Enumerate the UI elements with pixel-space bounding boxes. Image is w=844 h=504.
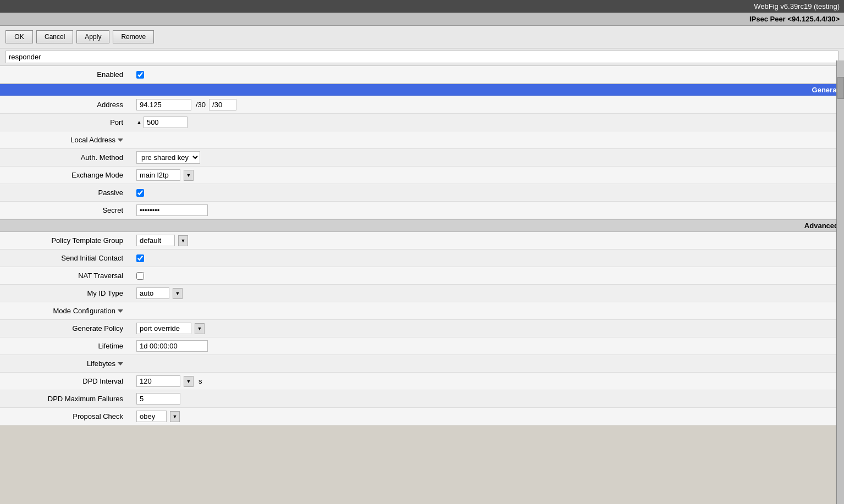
dpd-interval-label: DPD Interval — [0, 377, 132, 385]
send-initial-contact-label: Send Initial Contact — [0, 254, 132, 262]
cancel-button[interactable]: Cancel — [36, 30, 73, 43]
passive-row: Passive — [0, 184, 844, 202]
generate-policy-dropdown-btn[interactable]: ▼ — [195, 323, 205, 334]
local-address-row: Local Address — [0, 131, 844, 149]
local-address-label: Local Address — [70, 136, 115, 144]
exchange-mode-input[interactable] — [136, 169, 180, 181]
generate-policy-row: Generate Policy ▼ — [0, 320, 844, 337]
proposal-check-row: Proposal Check ▼ — [0, 408, 844, 425]
apply-button[interactable]: Apply — [76, 30, 109, 43]
dpd-max-failures-value — [132, 391, 844, 407]
auth-method-value: pre shared key rsa signature — [132, 149, 844, 166]
dpd-interval-row: DPD Interval ▼ s — [0, 373, 844, 390]
enabled-value — [132, 69, 844, 81]
proposal-check-dropdown-btn[interactable]: ▼ — [170, 411, 180, 422]
secret-value — [132, 202, 844, 218]
exchange-mode-row: Exchange Mode ▼ — [0, 167, 844, 184]
policy-template-group-dropdown-btn[interactable]: ▼ — [178, 235, 188, 246]
lifebytes-label: Lifebytes — [87, 359, 115, 368]
mode-configuration-arrow-icon[interactable] — [118, 309, 123, 313]
dpd-interval-value: ▼ s — [132, 373, 844, 389]
dpd-interval-unit: s — [198, 377, 202, 385]
advanced-section-header: Advanced — [0, 219, 844, 232]
send-initial-contact-checkbox[interactable] — [136, 254, 144, 262]
nat-traversal-label: NAT Traversal — [0, 272, 132, 280]
generate-policy-input[interactable] — [136, 323, 191, 334]
local-address-value — [132, 138, 844, 142]
send-initial-contact-value — [132, 252, 844, 264]
address-ip-input[interactable] — [136, 99, 191, 110]
generate-policy-label: Generate Policy — [0, 324, 132, 333]
remove-button[interactable]: Remove — [113, 30, 154, 43]
local-address-label-wrapper: Local Address — [0, 136, 132, 144]
port-row: Port ▲ — [0, 114, 844, 131]
my-id-type-value: ▼ — [132, 285, 844, 301]
address-cidr-input[interactable] — [209, 99, 236, 110]
secret-row: Secret — [0, 202, 844, 219]
enabled-row: Enabled — [0, 66, 844, 84]
general-section-header: General — [0, 84, 844, 96]
advanced-section-label: Advanced — [804, 221, 839, 230]
port-input[interactable] — [144, 117, 187, 128]
general-section-label: General — [812, 86, 839, 94]
policy-template-group-label: Policy Template Group — [0, 236, 132, 245]
lifebytes-value — [132, 362, 844, 366]
page-title: IPsec Peer <94.125.4.4/30> — [749, 15, 840, 23]
exchange-mode-dropdown-btn[interactable]: ▼ — [184, 170, 194, 181]
auth-method-select[interactable]: pre shared key rsa signature — [136, 151, 200, 164]
my-id-type-dropdown-btn[interactable]: ▼ — [173, 288, 183, 299]
send-initial-contact-row: Send Initial Contact — [0, 250, 844, 267]
my-id-type-input[interactable] — [136, 287, 169, 299]
lifetime-label: Lifetime — [0, 342, 132, 350]
enabled-label: Enabled — [0, 70, 132, 79]
address-label: Address — [0, 101, 132, 109]
proposal-check-label: Proposal Check — [0, 412, 132, 420]
search-input[interactable]: responder — [5, 51, 839, 63]
lifetime-row: Lifetime — [0, 337, 844, 355]
address-cidr: /30 — [196, 101, 206, 109]
dpd-max-failures-input[interactable] — [136, 393, 180, 405]
auth-method-row: Auth. Method pre shared key rsa signatur… — [0, 149, 844, 167]
app-title: WebFig v6.39rc19 (testing) — [754, 2, 840, 10]
proposal-check-value: ▼ — [132, 408, 844, 424]
form-container: Enabled General Address /30 Port ▲ Local… — [0, 66, 844, 425]
secret-label: Secret — [0, 206, 132, 214]
scrollbar-thumb[interactable] — [837, 77, 844, 99]
up-arrow-icon: ▲ — [136, 119, 142, 125]
ok-button[interactable]: OK — [5, 30, 33, 43]
mode-configuration-label: Mode Configuration — [53, 307, 115, 315]
auth-method-label: Auth. Method — [0, 153, 132, 162]
lifetime-input[interactable] — [136, 340, 208, 352]
my-id-type-row: My ID Type ▼ — [0, 285, 844, 302]
local-address-arrow-icon[interactable] — [118, 139, 123, 142]
dpd-max-failures-row: DPD Maximum Failures — [0, 390, 844, 408]
toolbar: OK Cancel Apply Remove — [0, 26, 844, 48]
scrollbar-track[interactable] — [836, 60, 844, 425]
generate-policy-value: ▼ — [132, 320, 844, 336]
exchange-mode-value: ▼ — [132, 167, 844, 183]
port-value: ▲ — [132, 114, 844, 130]
policy-template-group-row: Policy Template Group ▼ — [0, 232, 844, 250]
enabled-checkbox[interactable] — [136, 71, 144, 79]
secret-input[interactable] — [136, 204, 208, 216]
mode-configuration-row: Mode Configuration — [0, 302, 844, 320]
policy-template-group-input[interactable] — [136, 235, 175, 246]
policy-template-group-value: ▼ — [132, 232, 844, 248]
lifebytes-row: Lifebytes — [0, 355, 844, 373]
address-row: Address /30 — [0, 96, 844, 114]
lifebytes-label-wrapper: Lifebytes — [0, 359, 132, 368]
port-label: Port — [0, 118, 132, 126]
address-value: /30 — [132, 97, 844, 113]
dpd-interval-input[interactable] — [136, 375, 180, 387]
nat-traversal-checkbox[interactable] — [136, 272, 144, 280]
my-id-type-label: My ID Type — [0, 289, 132, 297]
mode-configuration-value — [132, 309, 844, 313]
subtitle-bar: IPsec Peer <94.125.4.4/30> — [0, 13, 844, 26]
passive-checkbox[interactable] — [136, 189, 144, 197]
dpd-interval-dropdown-btn[interactable]: ▼ — [184, 376, 194, 387]
search-bar: responder — [0, 48, 844, 66]
lifebytes-arrow-icon[interactable] — [118, 362, 123, 365]
proposal-check-input[interactable] — [136, 411, 167, 422]
lifetime-value — [132, 338, 844, 354]
passive-label: Passive — [0, 189, 132, 197]
